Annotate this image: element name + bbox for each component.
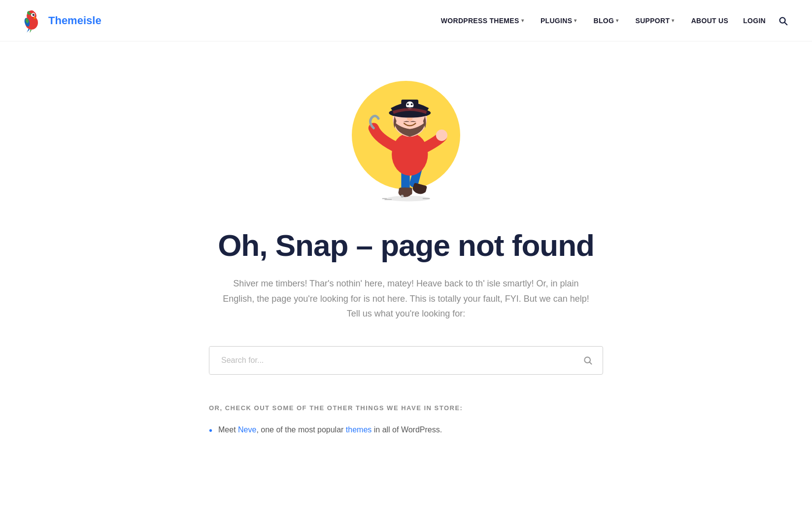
search-submit-icon <box>583 355 593 365</box>
nav-item-wordpress-themes[interactable]: WORDPRESS THEMES ▾ <box>434 13 531 29</box>
error-title: Oh, Snap – page not found <box>218 229 594 262</box>
search-submit-button[interactable] <box>573 347 603 374</box>
parrot-logo-icon <box>20 9 43 33</box>
pirate-illustration <box>337 71 475 209</box>
logo-text: Themeisle <box>48 14 102 27</box>
nav-item-login[interactable]: LOGIN <box>738 13 771 29</box>
list-item: • Meet Neve, one of the most popular the… <box>209 423 603 437</box>
svg-point-34 <box>411 104 413 106</box>
svg-point-19 <box>392 133 428 176</box>
svg-point-3 <box>33 13 34 15</box>
svg-point-8 <box>29 10 34 13</box>
site-logo[interactable]: Themeisle <box>20 9 102 33</box>
or-section: OR, CHECK OUT SOME OF THE OTHER THINGS W… <box>209 404 603 439</box>
svg-point-4 <box>34 14 34 14</box>
nav-item-support[interactable]: SUPPORT ▾ <box>629 13 681 29</box>
nav-item-plugins[interactable]: PLUGINS ▾ <box>534 13 584 29</box>
svg-point-33 <box>407 104 409 106</box>
error-description: Shiver me timbers! Thar's nothin' here, … <box>219 276 593 321</box>
main-nav: WORDPRESS THEMES ▾ PLUGINS ▾ BLOG ▾ SUPP… <box>434 11 792 30</box>
chevron-down-icon: ▾ <box>521 18 524 23</box>
themes-link[interactable]: themes <box>346 425 372 434</box>
chevron-down-icon: ▾ <box>574 18 576 23</box>
pirate-svg <box>337 71 475 209</box>
search-input[interactable] <box>209 347 573 374</box>
neve-link[interactable]: Neve <box>238 425 256 434</box>
chevron-down-icon: ▾ <box>672 18 674 23</box>
search-button[interactable] <box>774 11 792 30</box>
search-icon <box>778 15 788 26</box>
bullet-icon: • <box>209 423 212 437</box>
main-content: Oh, Snap – page not found Shiver me timb… <box>135 41 677 479</box>
svg-line-40 <box>590 362 592 364</box>
nav-item-about-us[interactable]: ABOUT US <box>684 13 736 29</box>
or-label: OR, CHECK OUT SOME OF THE OTHER THINGS W… <box>209 404 603 412</box>
site-header: Themeisle WORDPRESS THEMES ▾ PLUGINS ▾ B… <box>0 0 812 41</box>
chevron-down-icon: ▾ <box>616 18 618 23</box>
nav-item-blog[interactable]: BLOG ▾ <box>587 13 626 29</box>
svg-point-38 <box>401 195 404 198</box>
svg-point-20 <box>436 130 447 141</box>
list-item-text: Meet Neve, one of the most popular theme… <box>218 423 442 436</box>
svg-rect-16 <box>399 188 412 195</box>
search-box <box>209 346 603 375</box>
